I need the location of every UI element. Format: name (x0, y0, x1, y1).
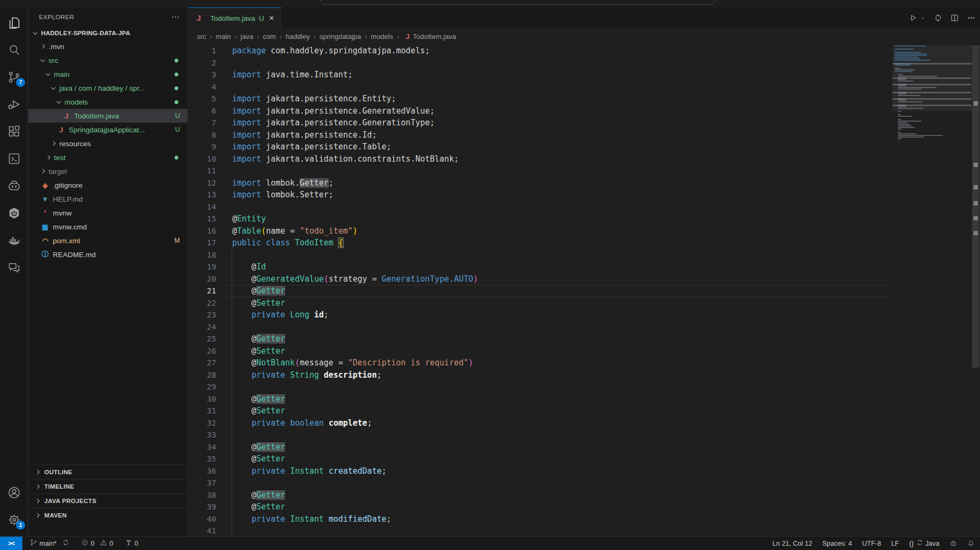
code-line-11[interactable]: 11 (188, 165, 980, 177)
code-line-14[interactable]: 14 (188, 201, 980, 213)
tree-item-target[interactable]: target (28, 164, 187, 178)
code-line-39[interactable]: 39 @Setter (188, 501, 980, 513)
code-line-19[interactable]: 19 @Id (188, 261, 980, 273)
activitybar-copilot-icon[interactable] (0, 173, 28, 198)
tree-item-springdatajpaapplicat-[interactable]: JSpringdatajpaApplicat...U (28, 123, 187, 137)
code-line-40[interactable]: 40 private Instant modifiedDate; (188, 513, 980, 525)
tree-item-readme-md[interactable]: ⓘREADME.md (28, 248, 187, 261)
activitybar-docker-icon[interactable] (0, 227, 28, 253)
problems-item[interactable]: 0 0 (81, 539, 113, 548)
breadcrumb-item[interactable]: com (263, 33, 276, 41)
code-line-32[interactable]: 32 private boolean complete; (188, 417, 980, 429)
explorer-more-icon[interactable]: ⋯ (171, 12, 180, 22)
code-line-12[interactable]: 12import lombok.Getter; (188, 177, 980, 189)
tree-item-java-com-haddley-spr-[interactable]: java / com / haddley / spr... (28, 81, 187, 95)
breadcrumb-item[interactable]: springdatajpa (320, 33, 361, 41)
activitybar-account[interactable] (0, 480, 28, 505)
code-line-23[interactable]: 23 private Long id; (188, 309, 980, 321)
code-line-30[interactable]: 30 @Getter (188, 393, 980, 405)
activitybar-search-icon[interactable] (0, 37, 28, 62)
pane-maven[interactable]: MAVEN (28, 508, 187, 522)
pane-java-projects[interactable]: JAVA PROJECTS (28, 493, 187, 508)
code-line-17[interactable]: 17public class TodoItem { (188, 237, 980, 249)
eol-sequence[interactable]: LF (891, 540, 899, 547)
code-line-21[interactable]: 21 @Getter (188, 285, 980, 297)
code-line-35[interactable]: 35 @Setter (188, 453, 980, 465)
breadcrumb-item[interactable]: models (371, 33, 393, 41)
code-line-38[interactable]: 38 @Getter (188, 489, 980, 501)
notifications-bell-icon[interactable] (967, 540, 975, 547)
cursor-position[interactable]: Ln 21, Col 12 (772, 540, 812, 547)
activitybar-run-debug-icon[interactable] (0, 91, 28, 117)
tree-item-mvnw-cmd[interactable]: ▦mvnw.cmd (28, 220, 187, 234)
tree-item-todoitem-java[interactable]: JTodoItem.javaU (28, 109, 187, 123)
tree-item-pom-xml[interactable]: ◠pom.xmlM (28, 234, 187, 248)
breadcrumb-item[interactable]: main (216, 33, 231, 41)
code-line-25[interactable]: 25 @Getter (188, 333, 980, 345)
activitybar-settings-gear[interactable]: 1 (0, 507, 28, 532)
code-line-20[interactable]: 20 @GeneratedValue(strategy = Generation… (188, 273, 980, 285)
language-status[interactable]: {} Java (909, 539, 939, 548)
activitybar-spring-boot-icon[interactable] (0, 200, 28, 226)
tree-item-models[interactable]: models (28, 95, 187, 109)
minimap[interactable] (892, 45, 971, 536)
code-line-36[interactable]: 36 private Instant createdDate; (188, 465, 980, 477)
code-line-26[interactable]: 26 @Setter (188, 345, 980, 357)
activitybar-terminal-view-icon[interactable] (0, 146, 28, 171)
code-line-8[interactable]: 8import jakarta.persistence.Id; (188, 129, 980, 141)
code-line-2[interactable]: 2 (188, 57, 980, 69)
code-line-37[interactable]: 37 (188, 477, 980, 489)
tree-item-mvnw[interactable]: ❜mvnw (28, 206, 187, 220)
open-changes-icon[interactable] (934, 13, 943, 22)
code-line-4[interactable]: 4 (188, 81, 980, 93)
code-line-10[interactable]: 10import jakarta.validation.constraints.… (188, 153, 980, 165)
code-line-28[interactable]: 28 private String description; (188, 369, 980, 381)
code-line-33[interactable]: 33 (188, 429, 980, 441)
tree-item--mvn[interactable]: .mvn (28, 39, 187, 53)
tree-item-resources[interactable]: resources (28, 137, 187, 150)
code-line-9[interactable]: 9import jakarta.persistence.Table; (188, 141, 980, 153)
activitybar-comments-icon[interactable] (0, 254, 28, 280)
code-line-13[interactable]: 13import lombok.Setter; (188, 189, 980, 201)
code-line-5[interactable]: 5import jakarta.persistence.Entity; (188, 93, 980, 105)
code-line-41[interactable]: 41 (188, 525, 980, 536)
tab-todoitem[interactable]: J TodoItem.java U ✕ (188, 7, 281, 28)
code-line-29[interactable]: 29 (188, 381, 980, 393)
code-line-22[interactable]: 22 @Setter (188, 297, 980, 309)
code-line-31[interactable]: 31 @Setter (188, 405, 980, 417)
tab-close-icon[interactable]: ✕ (269, 14, 274, 22)
breadcrumb-item[interactable]: src (197, 33, 206, 41)
vertical-scrollbar[interactable] (971, 45, 980, 536)
tree-item--gitignore[interactable]: ◆.gitignore (28, 178, 187, 192)
code-line-3[interactable]: 3import java.time.Instant; (188, 69, 980, 81)
split-editor-icon[interactable] (950, 13, 959, 22)
code-line-6[interactable]: 6import jakarta.persistence.GeneratedVal… (188, 105, 980, 117)
command-center[interactable] (320, 0, 715, 5)
tree-item-test[interactable]: test (28, 150, 187, 164)
tree-item-main[interactable]: main (28, 67, 187, 81)
code-line-15[interactable]: 15@Entity (188, 213, 980, 225)
breadcrumb-item[interactable]: haddley (286, 33, 310, 41)
code-line-1[interactable]: 1package com.haddley.springdatajpa.model… (188, 45, 980, 57)
more-actions-icon[interactable] (967, 13, 976, 22)
code-editor[interactable]: 1package com.haddley.springdatajpa.model… (188, 45, 980, 536)
scrollbar-thumb[interactable] (972, 45, 979, 368)
copilot-status-icon[interactable] (950, 540, 957, 547)
activitybar-extensions-icon[interactable] (0, 118, 28, 144)
code-line-16[interactable]: 16@Table(name = "todo_item") (188, 225, 980, 237)
activitybar-source-control-icon[interactable]: 7 (0, 64, 28, 90)
run-dropdown-icon[interactable] (920, 13, 926, 22)
breadcrumb-item[interactable]: TodoItem.java (413, 33, 456, 41)
activitybar-explorer-icon[interactable] (0, 10, 28, 35)
code-line-34[interactable]: 34 @Getter (188, 441, 980, 453)
code-line-18[interactable]: 18 (188, 249, 980, 261)
run-icon[interactable] (908, 13, 918, 22)
encoding[interactable]: UTF-8 (862, 540, 881, 547)
pane-outline[interactable]: OUTLINE (28, 465, 187, 479)
breadcrumb-item[interactable]: java (241, 33, 254, 41)
indentation[interactable]: Spaces: 4 (823, 540, 852, 547)
tree-item-help-md[interactable]: ▼HELP.md (28, 192, 187, 206)
git-branch-item[interactable]: main* (30, 539, 69, 548)
code-line-24[interactable]: 24 (188, 321, 980, 333)
tree-root-folder[interactable]: HADDLEY-SPRING-DATA-JPA (28, 27, 187, 39)
